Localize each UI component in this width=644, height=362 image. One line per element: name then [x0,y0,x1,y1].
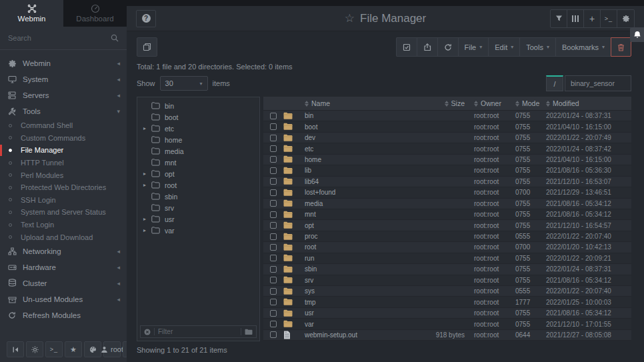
paste-buffer-button[interactable] [137,37,157,57]
table-row-root[interactable]: rootroot:root07002022/01/20 - 10:42:13 [263,242,631,253]
table-row-usr[interactable]: usrroot:root07552021/08/16 - 05:34:12 [263,308,631,319]
shell-button[interactable]: >_ [601,10,617,27]
menu-edit-button[interactable]: Edit▾ [488,37,519,57]
columns-button[interactable] [567,10,584,27]
column-header-modified[interactable]: Modified [546,99,631,107]
sidebar-item-system-and-server-status[interactable]: System and Server Status [0,206,127,219]
sidebar-item-servers[interactable]: Servers◂ [0,87,127,103]
sidebar-item-networking[interactable]: Networking◂ [0,243,127,259]
root-path-button[interactable]: / [546,75,563,91]
column-header-size[interactable]: Size [410,99,474,107]
column-header-mode[interactable]: Mode [515,99,546,107]
notifications-tab[interactable] [630,27,644,42]
tab-webmin[interactable]: Webmin [0,0,63,27]
tree-expand-icon[interactable]: ▸ [143,171,151,177]
sidebar-item-protected-web-directories[interactable]: Protected Web Directories [0,181,127,194]
row-checkbox[interactable] [270,113,277,119]
row-checkbox[interactable] [270,189,277,196]
row-checkbox[interactable] [270,167,277,174]
table-row-bin[interactable]: binroot:root07552022/01/24 - 08:37:31 [263,111,631,121]
row-checkbox[interactable] [270,178,277,185]
sidebar-item-perl-modules[interactable]: Perl Modules [0,169,127,181]
user-button[interactable]: root [103,341,121,357]
row-checkbox[interactable] [270,244,277,251]
tree-filter-placeholder[interactable]: Filter [154,328,237,335]
sidebar-item-file-manager[interactable]: File Manager [0,144,127,157]
tree-expand-icon[interactable]: ▸ [143,216,151,222]
tree-item-mnt[interactable]: mnt [137,157,259,168]
tree-item-var[interactable]: ▸var [137,225,259,236]
tree-filter-bar[interactable]: Filter [140,325,257,338]
sidebar-item-upload-and-download[interactable]: Upload and Download [0,231,127,243]
path-search-input[interactable] [565,75,631,91]
sidebar-item-cluster[interactable]: Cluster◂ [0,275,127,291]
theme-toggle-button[interactable] [26,341,43,357]
sidebar-item-webmin[interactable]: Webmin◂ [0,55,127,71]
tree-item-bin[interactable]: bin [137,100,259,111]
row-checkbox[interactable] [270,299,277,305]
sidebar-item-refresh-modules[interactable]: Refresh Modules [0,307,127,323]
add-button[interactable]: + [584,10,601,27]
terminal-button[interactable]: >_ [45,341,63,357]
tree-expand-icon[interactable]: ▸ [143,125,151,131]
settings-button[interactable] [617,10,634,27]
column-header-owner[interactable]: Owner [474,99,515,107]
sidebar-item-http-tunnel[interactable]: HTTP Tunnel [0,157,127,169]
favorites-button[interactable]: ★ [65,341,82,357]
tree-item-boot[interactable]: boot [137,111,259,123]
sidebar-item-ssh-login[interactable]: SSH Login [0,194,127,207]
table-row-dev[interactable]: devroot:root07552022/01/22 - 20:07:49 [263,133,631,143]
table-row-mnt[interactable]: mntroot:root07552021/08/16 - 05:34:12 [263,209,631,220]
row-checkbox[interactable] [270,310,277,317]
sidebar-item-command-shell[interactable]: Command Shell [0,119,127,132]
row-checkbox[interactable] [270,145,277,152]
refresh-button[interactable] [437,37,458,57]
tree-item-srv[interactable]: srv [137,202,259,213]
collapse-sidebar-button[interactable] [7,341,24,357]
sidebar-item-custom-commands[interactable]: Custom Commands [0,132,127,145]
table-row-boot[interactable]: bootroot:root07552021/04/10 - 16:15:00 [263,121,631,132]
row-checkbox[interactable] [270,135,277,141]
table-row-opt[interactable]: optroot:root07552021/12/10 - 16:54:57 [263,220,631,231]
clear-filter-icon[interactable] [144,329,151,335]
row-checkbox[interactable] [270,233,277,240]
table-row-sbin[interactable]: sbinroot:root07552022/01/24 - 08:37:31 [263,264,631,275]
tree-item-opt[interactable]: ▸opt [137,168,259,179]
sidebar-item-system[interactable]: System◂ [0,71,127,87]
trash-button[interactable] [611,37,631,57]
menu-tools-button[interactable]: Tools▾ [519,37,555,57]
tree-expand-icon[interactable]: ▸ [143,227,151,233]
table-row-lib64[interactable]: lib64root:root07552021/12/10 - 16:53:07 [263,177,631,187]
tree-item-usr[interactable]: ▸usr [137,213,259,225]
table-row-etc[interactable]: etcroot:root07552022/01/24 - 08:37:42 [263,143,631,154]
tree-item-sbin[interactable]: sbin [137,191,259,202]
sidebar-item-text-login[interactable]: Text Login [0,219,127,231]
table-row-webmin-setup.out[interactable]: webmin-setup.out918 bytesroot:root064420… [263,330,631,341]
sidebar-item-un-used-modules[interactable]: Un-used Modules◂ [0,291,127,307]
table-row-proc[interactable]: procroot:root05552022/01/22 - 20:07:40 [263,231,631,242]
tab-dashboard[interactable]: Dashboard [63,0,127,27]
folder-icon[interactable] [245,329,253,335]
row-checkbox[interactable] [270,222,277,229]
table-row-srv[interactable]: srvroot:root07552021/08/16 - 05:34:12 [263,275,631,286]
table-row-lost+found[interactable]: lost+foundroot:root07002021/12/29 - 13:4… [263,187,631,198]
row-checkbox[interactable] [270,123,277,130]
sidebar-item-hardware[interactable]: Hardware◂ [0,259,127,275]
row-checkbox[interactable] [270,277,277,283]
table-row-media[interactable]: mediaroot:root07552021/08/16 - 05:34:12 [263,199,631,209]
row-checkbox[interactable] [270,331,277,338]
table-row-lib[interactable]: libroot:root07552021/08/16 - 05:36:30 [263,165,631,176]
sidebar-item-tools[interactable]: Tools▾ [0,103,127,119]
table-row-var[interactable]: varroot:root07552021/12/10 - 17:01:55 [263,319,631,329]
help-button[interactable]: ? [136,10,156,27]
tree-item-media[interactable]: media [137,145,259,157]
menu-bookmarks-button[interactable]: Bookmarks▾ [555,37,611,57]
row-checkbox[interactable] [270,211,277,218]
row-checkbox[interactable] [270,255,277,261]
table-row-sys[interactable]: sysroot:root05552022/01/22 - 20:07:40 [263,286,631,297]
theme-palette-button[interactable] [84,341,101,357]
table-row-run[interactable]: runroot:root07552022/01/22 - 20:09:21 [263,253,631,264]
tree-item-home[interactable]: home [137,134,259,145]
row-checkbox[interactable] [270,288,277,295]
tree-expand-icon[interactable]: ▸ [143,182,151,188]
